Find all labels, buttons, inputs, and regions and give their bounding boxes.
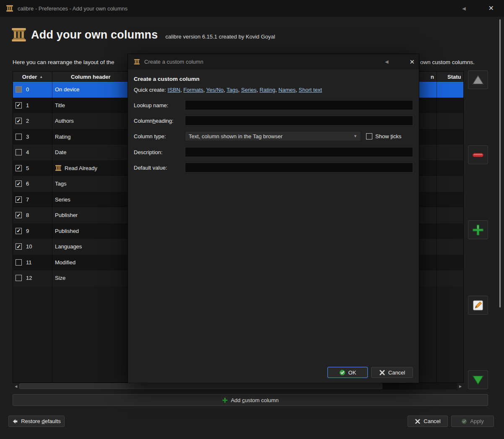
row-label: Series [55, 196, 70, 203]
row-checkbox[interactable] [16, 165, 22, 171]
restore-defaults-button[interactable]: Restore defaults [8, 416, 65, 427]
back-arrow-icon[interactable]: ◀ [385, 59, 388, 65]
row-label: Rating [55, 134, 71, 140]
dialog-titlebar: Create a custom column ◀ ✕ [128, 54, 419, 69]
scroll-right-button[interactable]: ▶ [457, 383, 464, 390]
ok-check-icon [339, 369, 346, 376]
row-order: 11 [26, 259, 32, 266]
column-type-value: Text, column shown in the Tag browser [189, 133, 283, 139]
quick-create-link-short-text[interactable]: Short text [299, 87, 322, 93]
ok-button[interactable]: OK [327, 367, 368, 378]
column-type-select[interactable]: Text, column shown in the Tag browser ▼ [185, 131, 361, 141]
row-checkbox[interactable] [16, 86, 22, 93]
order-cell: 10 [13, 239, 52, 255]
row-checkbox[interactable] [16, 102, 22, 108]
column-heading-input[interactable] [185, 116, 413, 126]
row-label: Read Already [65, 165, 97, 171]
create-custom-column-dialog: Create a custom column ◀ ✕ Create a cust… [127, 54, 419, 383]
quick-create-link-names[interactable]: Names [278, 87, 296, 93]
row-checkbox[interactable] [16, 259, 22, 266]
order-cell: 5 [13, 160, 52, 176]
row-order: 0 [26, 86, 29, 93]
quick-create-link-tags[interactable]: Tags [226, 87, 238, 93]
quick-create-link-rating[interactable]: Rating [260, 87, 275, 93]
row-label: Size [55, 275, 65, 281]
add-custom-column-button[interactable]: Add custom column [13, 394, 488, 406]
intro-text-left: Here you can rearrange the layout of the [13, 59, 127, 67]
row-checkbox[interactable] [16, 243, 22, 250]
quick-create-link-series[interactable]: Series [241, 87, 257, 93]
scroll-left-button[interactable]: ◀ [13, 383, 19, 390]
row-order: 6 [26, 181, 29, 187]
remove-minus-icon [472, 149, 484, 161]
row-order: 3 [26, 134, 29, 140]
row-checkbox[interactable] [16, 228, 22, 234]
button-label: OK [348, 369, 356, 376]
plus-icon [472, 224, 484, 236]
row-checkbox[interactable] [16, 118, 22, 124]
row-order: 9 [26, 228, 29, 234]
row-label: Languages [55, 243, 82, 250]
scrollbar-thumb[interactable] [19, 383, 382, 389]
quick-create-link-isbn[interactable]: ISBN [168, 87, 180, 93]
plus-icon [222, 397, 228, 403]
default-value-input[interactable] [185, 163, 413, 173]
default-value-label: Default value: [134, 163, 167, 173]
row-label: Tags [55, 181, 66, 187]
move-up-button[interactable] [468, 70, 488, 89]
edit-column-button[interactable] [468, 296, 488, 315]
quick-create-link-formats[interactable]: Formats [183, 87, 203, 93]
row-order: 2 [26, 118, 29, 124]
book-column-icon [55, 165, 62, 171]
delete-column-button[interactable] [468, 145, 488, 164]
row-checkbox[interactable] [16, 275, 22, 281]
close-icon[interactable]: ✕ [488, 5, 494, 12]
row-checkbox[interactable] [16, 149, 22, 155]
dialog-heading: Create a custom column [134, 76, 200, 82]
lookup-name-input[interactable] [185, 100, 413, 110]
add-column-button[interactable] [468, 220, 488, 239]
row-checkbox[interactable] [16, 134, 22, 140]
window-titlebar: calibre - Preferences - Add your own col… [0, 0, 504, 17]
description-input[interactable] [185, 147, 413, 157]
horizontal-scrollbar[interactable]: ◀ ▶ [13, 383, 464, 390]
column-header-order[interactable]: Order ▲ [13, 72, 52, 82]
order-cell: 1 [13, 98, 52, 114]
show-ticks-checkbox[interactable] [366, 133, 372, 139]
dialog-title: Create a custom column [144, 59, 385, 65]
row-label: Published [55, 228, 79, 234]
link-separator: , [257, 87, 260, 93]
up-arrow-icon [472, 74, 484, 86]
column-header-columnheader[interactable]: Column header [71, 72, 111, 82]
back-arrow-icon[interactable]: ◀ [462, 6, 465, 11]
dialog-cancel-button[interactable]: Cancel [371, 367, 413, 378]
order-cell: 6 [13, 176, 52, 192]
column-header-status[interactable]: Statu [447, 72, 461, 82]
order-cell: 8 [13, 207, 52, 223]
calibre-columns-icon [11, 27, 27, 43]
quick-create-link-yes-no[interactable]: Yes/No [206, 87, 223, 93]
window-scrollbar-thumb[interactable] [499, 19, 501, 307]
apply-button[interactable]: Apply [451, 416, 494, 427]
order-cell: 4 [13, 145, 52, 160]
row-order: 7 [26, 196, 29, 203]
row-checkbox[interactable] [16, 181, 22, 187]
cancel-button[interactable]: Cancel [408, 416, 448, 427]
cancel-x-icon [379, 369, 385, 376]
row-checkbox[interactable] [16, 212, 22, 218]
move-down-button[interactable] [468, 370, 488, 389]
row-checkbox[interactable] [16, 196, 22, 203]
button-label: Restore defaults [21, 418, 61, 424]
link-separator: , [275, 87, 278, 93]
close-icon[interactable]: ✕ [409, 59, 415, 65]
order-cell: 9 [13, 223, 52, 239]
calibre-preferences-window: calibre - Preferences - Add your own col… [0, 0, 504, 439]
row-order: 10 [26, 243, 32, 250]
restore-arrow-icon [12, 418, 18, 424]
dialog-body: Create a custom column Quick create:ISBN… [128, 69, 419, 384]
page-title: Add your own columns [31, 28, 158, 41]
order-cell: 2 [13, 113, 52, 129]
sort-ascending-icon: ▲ [39, 75, 43, 79]
cancel-x-icon [415, 418, 421, 424]
quick-create-row: Quick create:ISBN, Formats, Yes/No, Tags… [134, 87, 322, 93]
